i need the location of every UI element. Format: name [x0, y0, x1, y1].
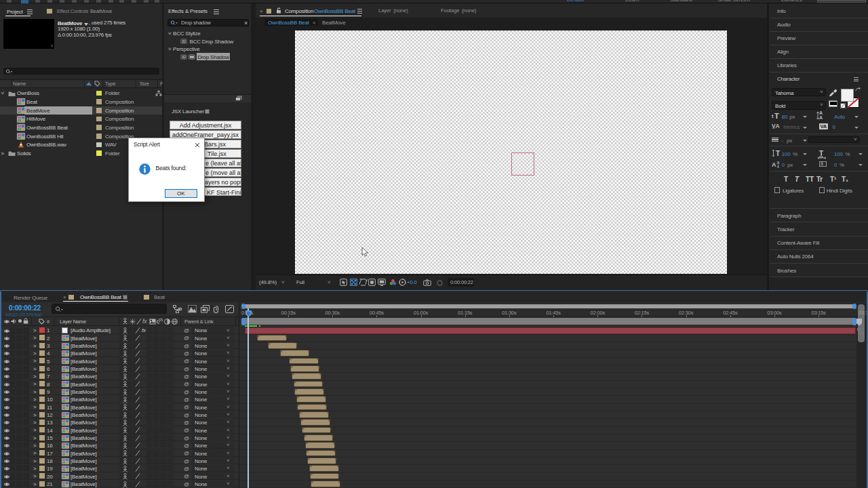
svg-text:32: 32 — [182, 55, 186, 59]
svg-text:32: 32 — [182, 39, 186, 43]
